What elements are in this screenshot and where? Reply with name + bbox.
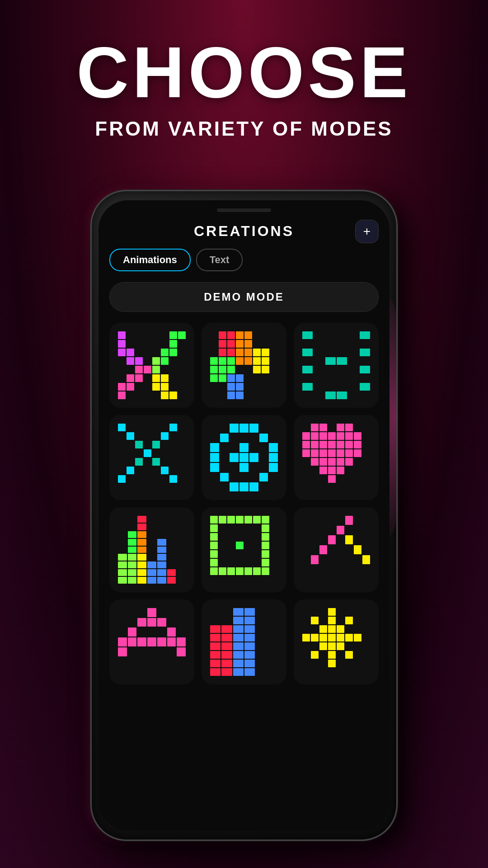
notch-area <box>99 200 389 216</box>
screen-title: CREATIONS <box>194 223 294 240</box>
tab-bar: Animations Text <box>109 249 379 271</box>
animations-grid <box>109 323 379 684</box>
grid-item-11[interactable] <box>202 599 286 684</box>
screen-header: CREATIONS + <box>109 216 379 249</box>
grid-item-6[interactable] <box>294 415 379 500</box>
grid-item-12[interactable] <box>294 599 379 684</box>
demo-mode-button[interactable]: DEMO MODE <box>109 282 379 312</box>
grid-item-7[interactable] <box>109 507 194 592</box>
tab-animations[interactable]: Animations <box>109 249 191 271</box>
power-button <box>397 336 398 377</box>
grid-item-4[interactable] <box>109 415 194 500</box>
grid-item-3[interactable] <box>294 323 379 408</box>
phone-screen: CREATIONS + Animations Text DEMO MODE <box>99 200 389 830</box>
volume-down-button <box>90 363 91 390</box>
speaker-grille <box>217 208 271 212</box>
subtitle: FROM VARIETY OF MODES <box>0 118 488 140</box>
tab-text[interactable]: Text <box>196 249 243 271</box>
grid-item-9[interactable] <box>294 507 379 592</box>
screen-content: CREATIONS + Animations Text DEMO MODE <box>99 216 389 684</box>
grid-item-5[interactable] <box>202 415 286 500</box>
header-section: CHOOSE FROM VARIETY OF MODES <box>0 0 488 158</box>
grid-item-1[interactable] <box>109 323 194 408</box>
phone-body: CREATIONS + Animations Text DEMO MODE <box>90 190 398 841</box>
volume-up-button <box>90 327 91 354</box>
phone-mockup: CREATIONS + Animations Text DEMO MODE <box>90 190 398 841</box>
add-button[interactable]: + <box>355 220 379 243</box>
grid-item-8[interactable] <box>202 507 286 592</box>
main-title: CHOOSE <box>0 36 488 108</box>
grid-item-2[interactable] <box>202 323 286 408</box>
grid-item-10[interactable] <box>109 599 194 684</box>
